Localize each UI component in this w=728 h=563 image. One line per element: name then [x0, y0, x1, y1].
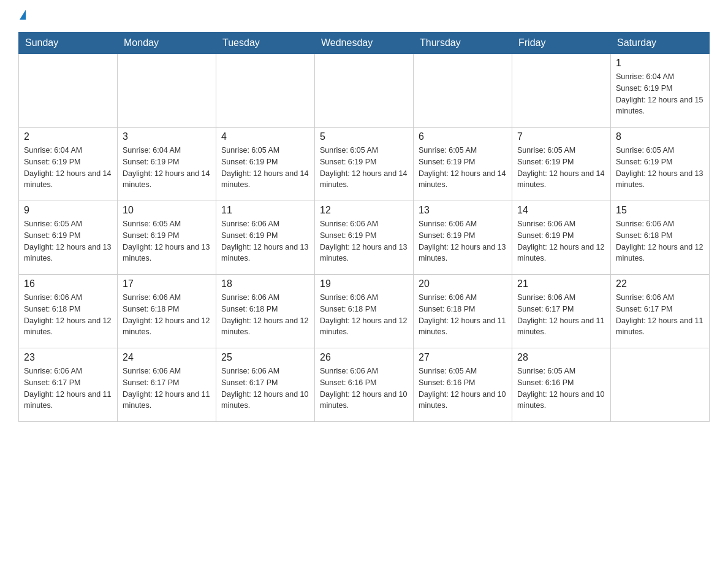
day-number: 12	[320, 205, 408, 216]
calendar-header-sunday: Sunday	[19, 33, 118, 54]
day-info: Sunrise: 6:06 AMSunset: 6:19 PMDaylight:…	[517, 218, 605, 264]
day-info: Sunrise: 6:06 AMSunset: 6:19 PMDaylight:…	[221, 218, 309, 264]
day-info: Sunrise: 6:05 AMSunset: 6:19 PMDaylight:…	[123, 218, 211, 264]
day-number: 3	[123, 131, 211, 142]
day-info: Sunrise: 6:06 AMSunset: 6:19 PMDaylight:…	[419, 218, 507, 264]
day-info: Sunrise: 6:05 AMSunset: 6:19 PMDaylight:…	[616, 145, 704, 191]
calendar-cell: 23Sunrise: 6:06 AMSunset: 6:17 PMDayligh…	[19, 348, 118, 422]
calendar-cell: 16Sunrise: 6:06 AMSunset: 6:18 PMDayligh…	[19, 275, 118, 348]
calendar-cell: 4Sunrise: 6:05 AMSunset: 6:19 PMDaylight…	[216, 128, 315, 201]
calendar-cell: 10Sunrise: 6:05 AMSunset: 6:19 PMDayligh…	[118, 201, 216, 275]
calendar-cell: 1Sunrise: 6:04 AMSunset: 6:19 PMDaylight…	[611, 54, 710, 128]
calendar-week-row: 1Sunrise: 6:04 AMSunset: 6:19 PMDaylight…	[19, 54, 710, 128]
calendar-cell	[414, 54, 512, 128]
calendar-cell: 2Sunrise: 6:04 AMSunset: 6:19 PMDaylight…	[19, 128, 118, 201]
day-number: 2	[24, 131, 112, 142]
day-info: Sunrise: 6:06 AMSunset: 6:17 PMDaylight:…	[24, 366, 112, 412]
calendar-cell	[118, 54, 216, 128]
day-info: Sunrise: 6:06 AMSunset: 6:18 PMDaylight:…	[419, 292, 507, 338]
day-number: 14	[517, 205, 605, 216]
calendar-week-row: 9Sunrise: 6:05 AMSunset: 6:19 PMDaylight…	[19, 201, 710, 275]
calendar-header-tuesday: Tuesday	[216, 33, 315, 54]
calendar-header-friday: Friday	[512, 33, 611, 54]
calendar-header-row: SundayMondayTuesdayWednesdayThursdayFrid…	[19, 33, 710, 54]
calendar-cell: 26Sunrise: 6:06 AMSunset: 6:16 PMDayligh…	[315, 348, 414, 422]
day-info: Sunrise: 6:05 AMSunset: 6:16 PMDaylight:…	[517, 366, 605, 412]
day-info: Sunrise: 6:06 AMSunset: 6:16 PMDaylight:…	[320, 366, 408, 412]
day-info: Sunrise: 6:05 AMSunset: 6:19 PMDaylight:…	[320, 145, 408, 191]
day-number: 21	[517, 278, 605, 289]
day-number: 11	[221, 205, 309, 216]
calendar-header-saturday: Saturday	[611, 33, 710, 54]
day-info: Sunrise: 6:05 AMSunset: 6:19 PMDaylight:…	[517, 145, 605, 191]
calendar-cell: 8Sunrise: 6:05 AMSunset: 6:19 PMDaylight…	[611, 128, 710, 201]
calendar-cell	[512, 54, 611, 128]
calendar-cell: 27Sunrise: 6:05 AMSunset: 6:16 PMDayligh…	[414, 348, 512, 422]
day-info: Sunrise: 6:04 AMSunset: 6:19 PMDaylight:…	[123, 145, 211, 191]
calendar-cell: 13Sunrise: 6:06 AMSunset: 6:19 PMDayligh…	[414, 201, 512, 275]
day-info: Sunrise: 6:06 AMSunset: 6:18 PMDaylight:…	[24, 292, 112, 338]
day-number: 23	[24, 352, 112, 363]
day-number: 13	[419, 205, 507, 216]
day-number: 27	[419, 352, 507, 363]
day-number: 15	[616, 205, 704, 216]
calendar-cell: 19Sunrise: 6:06 AMSunset: 6:18 PMDayligh…	[315, 275, 414, 348]
day-number: 9	[24, 205, 112, 216]
calendar-cell: 18Sunrise: 6:06 AMSunset: 6:18 PMDayligh…	[216, 275, 315, 348]
day-info: Sunrise: 6:05 AMSunset: 6:19 PMDaylight:…	[419, 145, 507, 191]
logo-triangle-icon	[20, 10, 26, 20]
day-number: 19	[320, 278, 408, 289]
calendar-cell: 17Sunrise: 6:06 AMSunset: 6:18 PMDayligh…	[118, 275, 216, 348]
calendar-cell: 25Sunrise: 6:06 AMSunset: 6:17 PMDayligh…	[216, 348, 315, 422]
day-info: Sunrise: 6:06 AMSunset: 6:18 PMDaylight:…	[123, 292, 211, 338]
day-number: 20	[419, 278, 507, 289]
day-number: 7	[517, 131, 605, 142]
calendar-cell: 15Sunrise: 6:06 AMSunset: 6:18 PMDayligh…	[611, 201, 710, 275]
calendar-cell	[216, 54, 315, 128]
calendar-week-row: 2Sunrise: 6:04 AMSunset: 6:19 PMDaylight…	[19, 128, 710, 201]
day-number: 10	[123, 205, 211, 216]
calendar-week-row: 16Sunrise: 6:06 AMSunset: 6:18 PMDayligh…	[19, 275, 710, 348]
calendar-cell: 28Sunrise: 6:05 AMSunset: 6:16 PMDayligh…	[512, 348, 611, 422]
day-number: 17	[123, 278, 211, 289]
calendar-cell: 24Sunrise: 6:06 AMSunset: 6:17 PMDayligh…	[118, 348, 216, 422]
day-number: 1	[616, 58, 704, 69]
day-info: Sunrise: 6:06 AMSunset: 6:18 PMDaylight:…	[221, 292, 309, 338]
day-info: Sunrise: 6:06 AMSunset: 6:17 PMDaylight:…	[123, 366, 211, 412]
calendar-cell: 20Sunrise: 6:06 AMSunset: 6:18 PMDayligh…	[414, 275, 512, 348]
day-info: Sunrise: 6:06 AMSunset: 6:19 PMDaylight:…	[320, 218, 408, 264]
day-number: 22	[616, 278, 704, 289]
day-number: 26	[320, 352, 408, 363]
day-info: Sunrise: 6:04 AMSunset: 6:19 PMDaylight:…	[616, 71, 704, 117]
calendar-header-monday: Monday	[118, 33, 216, 54]
day-number: 8	[616, 131, 704, 142]
page-header	[18, 12, 710, 22]
day-info: Sunrise: 6:05 AMSunset: 6:19 PMDaylight:…	[221, 145, 309, 191]
calendar-header-wednesday: Wednesday	[315, 33, 414, 54]
day-info: Sunrise: 6:05 AMSunset: 6:16 PMDaylight:…	[419, 366, 507, 412]
calendar-table: SundayMondayTuesdayWednesdayThursdayFrid…	[18, 32, 710, 422]
day-info: Sunrise: 6:06 AMSunset: 6:17 PMDaylight:…	[517, 292, 605, 338]
day-info: Sunrise: 6:06 AMSunset: 6:18 PMDaylight:…	[616, 218, 704, 264]
day-number: 25	[221, 352, 309, 363]
day-info: Sunrise: 6:04 AMSunset: 6:19 PMDaylight:…	[24, 145, 112, 191]
calendar-cell	[315, 54, 414, 128]
logo	[18, 12, 26, 22]
calendar-cell: 14Sunrise: 6:06 AMSunset: 6:19 PMDayligh…	[512, 201, 611, 275]
calendar-header-thursday: Thursday	[414, 33, 512, 54]
day-info: Sunrise: 6:05 AMSunset: 6:19 PMDaylight:…	[24, 218, 112, 264]
calendar-cell: 6Sunrise: 6:05 AMSunset: 6:19 PMDaylight…	[414, 128, 512, 201]
day-info: Sunrise: 6:06 AMSunset: 6:18 PMDaylight:…	[320, 292, 408, 338]
day-info: Sunrise: 6:06 AMSunset: 6:17 PMDaylight:…	[616, 292, 704, 338]
calendar-cell: 11Sunrise: 6:06 AMSunset: 6:19 PMDayligh…	[216, 201, 315, 275]
calendar-cell: 3Sunrise: 6:04 AMSunset: 6:19 PMDaylight…	[118, 128, 216, 201]
calendar-cell: 7Sunrise: 6:05 AMSunset: 6:19 PMDaylight…	[512, 128, 611, 201]
calendar-cell: 12Sunrise: 6:06 AMSunset: 6:19 PMDayligh…	[315, 201, 414, 275]
day-number: 4	[221, 131, 309, 142]
calendar-cell: 9Sunrise: 6:05 AMSunset: 6:19 PMDaylight…	[19, 201, 118, 275]
day-number: 28	[517, 352, 605, 363]
day-number: 18	[221, 278, 309, 289]
day-number: 5	[320, 131, 408, 142]
day-info: Sunrise: 6:06 AMSunset: 6:17 PMDaylight:…	[221, 366, 309, 412]
calendar-cell	[19, 54, 118, 128]
